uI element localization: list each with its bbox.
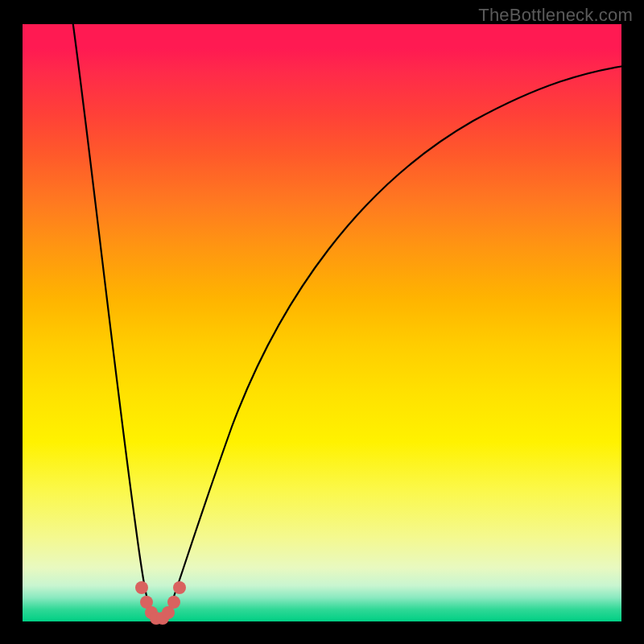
curve-layer <box>23 24 621 621</box>
plot-area <box>23 24 621 621</box>
marker-cluster <box>135 581 186 625</box>
marker-dot <box>135 581 148 594</box>
curve-right-branch <box>166 64 634 618</box>
watermark-text: TheBottleneck.com <box>478 5 633 26</box>
curve-left-branch <box>71 8 153 618</box>
marker-dot <box>167 596 180 609</box>
marker-dot <box>173 581 186 594</box>
